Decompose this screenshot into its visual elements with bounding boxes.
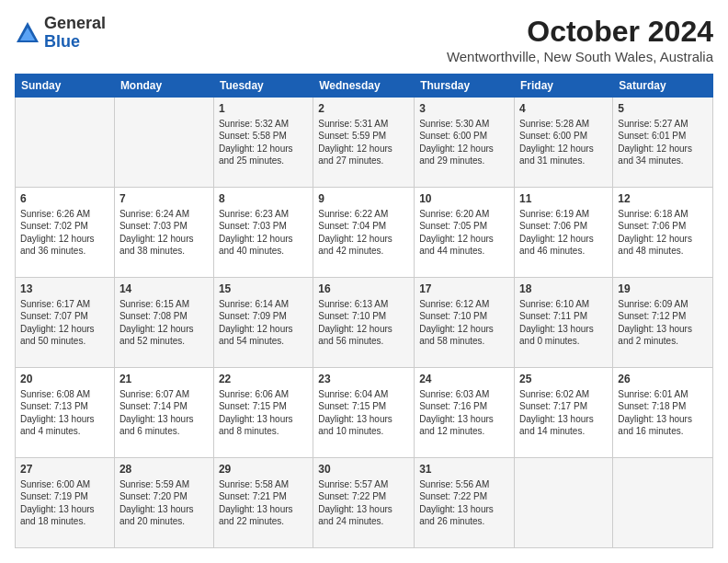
calendar-cell: 27Sunrise: 6:00 AMSunset: 7:19 PMDayligh… [16, 458, 115, 548]
day-number: 2 [318, 101, 409, 117]
day-info: Sunrise: 5:30 AMSunset: 6:00 PMDaylight:… [419, 118, 509, 167]
day-number: 6 [20, 191, 109, 207]
calendar-cell: 16Sunrise: 6:13 AMSunset: 7:10 PMDayligh… [313, 278, 415, 368]
day-number: 3 [419, 101, 509, 117]
calendar-cell: 7Sunrise: 6:24 AMSunset: 7:03 PMDaylight… [114, 188, 213, 278]
calendar-cell: 31Sunrise: 5:56 AMSunset: 7:22 PMDayligh… [415, 458, 515, 548]
day-info: Sunrise: 6:02 AMSunset: 7:17 PMDaylight:… [519, 388, 608, 438]
calendar-cell: 3Sunrise: 5:30 AMSunset: 6:00 PMDaylight… [415, 98, 515, 188]
day-number: 26 [618, 372, 708, 387]
title-block: October 2024 Wentworthville, New South W… [447, 15, 713, 64]
week-row-1: 6Sunrise: 6:26 AMSunset: 7:02 PMDaylight… [16, 188, 713, 278]
logo-blue: Blue [44, 33, 106, 52]
week-row-0: 1Sunrise: 5:32 AMSunset: 5:58 PMDaylight… [16, 98, 713, 188]
day-info: Sunrise: 6:19 AMSunset: 7:06 PMDaylight:… [519, 208, 608, 258]
page: General Blue October 2024 Wentworthville… [0, 0, 728, 563]
calendar-cell: 12Sunrise: 6:18 AMSunset: 7:06 PMDayligh… [613, 188, 713, 278]
day-info: Sunrise: 5:56 AMSunset: 7:22 PMDaylight:… [419, 478, 509, 528]
header-row: SundayMondayTuesdayWednesdayThursdayFrid… [16, 75, 713, 98]
day-number: 21 [119, 372, 209, 387]
day-info: Sunrise: 6:26 AMSunset: 7:02 PMDaylight:… [20, 208, 109, 258]
calendar-cell: 15Sunrise: 6:14 AMSunset: 7:09 PMDayligh… [213, 278, 313, 368]
day-info: Sunrise: 6:14 AMSunset: 7:09 PMDaylight:… [219, 298, 308, 348]
day-info: Sunrise: 5:58 AMSunset: 7:21 PMDaylight:… [219, 478, 308, 528]
calendar-cell [114, 98, 213, 188]
day-info: Sunrise: 6:18 AMSunset: 7:06 PMDaylight:… [618, 208, 708, 258]
calendar-body: 1Sunrise: 5:32 AMSunset: 5:58 PMDaylight… [16, 98, 713, 548]
header-cell-saturday: Saturday [613, 75, 713, 98]
calendar-cell [613, 458, 713, 548]
day-number: 30 [318, 462, 409, 477]
logo-text: General Blue [44, 15, 106, 52]
day-info: Sunrise: 5:57 AMSunset: 7:22 PMDaylight:… [318, 478, 409, 528]
day-info: Sunrise: 6:24 AMSunset: 7:03 PMDaylight:… [119, 208, 209, 258]
header: General Blue October 2024 Wentworthville… [15, 15, 713, 64]
day-info: Sunrise: 6:04 AMSunset: 7:15 PMDaylight:… [318, 388, 409, 438]
header-cell-monday: Monday [114, 75, 213, 98]
day-info: Sunrise: 6:22 AMSunset: 7:04 PMDaylight:… [318, 208, 409, 258]
day-number: 24 [419, 372, 509, 387]
day-number: 17 [419, 282, 509, 297]
day-number: 20 [20, 372, 109, 387]
week-row-3: 20Sunrise: 6:08 AMSunset: 7:13 PMDayligh… [16, 368, 713, 458]
calendar-cell: 8Sunrise: 6:23 AMSunset: 7:03 PMDaylight… [213, 188, 313, 278]
day-info: Sunrise: 6:15 AMSunset: 7:08 PMDaylight:… [119, 298, 209, 348]
day-number: 4 [519, 101, 608, 117]
main-title: October 2024 [447, 15, 713, 49]
day-info: Sunrise: 6:01 AMSunset: 7:18 PMDaylight:… [618, 388, 708, 438]
calendar-cell: 19Sunrise: 6:09 AMSunset: 7:12 PMDayligh… [613, 278, 713, 368]
calendar: SundayMondayTuesdayWednesdayThursdayFrid… [15, 74, 713, 548]
calendar-cell: 21Sunrise: 6:07 AMSunset: 7:14 PMDayligh… [114, 368, 213, 458]
week-row-4: 27Sunrise: 6:00 AMSunset: 7:19 PMDayligh… [16, 458, 713, 548]
calendar-cell: 22Sunrise: 6:06 AMSunset: 7:15 PMDayligh… [213, 368, 313, 458]
day-number: 11 [519, 191, 608, 207]
week-row-2: 13Sunrise: 6:17 AMSunset: 7:07 PMDayligh… [16, 278, 713, 368]
day-info: Sunrise: 6:08 AMSunset: 7:13 PMDaylight:… [20, 388, 109, 438]
day-info: Sunrise: 6:07 AMSunset: 7:14 PMDaylight:… [119, 388, 209, 438]
calendar-cell: 4Sunrise: 5:28 AMSunset: 6:00 PMDaylight… [515, 98, 613, 188]
header-cell-thursday: Thursday [415, 75, 515, 98]
calendar-cell: 20Sunrise: 6:08 AMSunset: 7:13 PMDayligh… [16, 368, 115, 458]
calendar-cell: 18Sunrise: 6:10 AMSunset: 7:11 PMDayligh… [515, 278, 613, 368]
day-info: Sunrise: 5:31 AMSunset: 5:59 PMDaylight:… [318, 118, 409, 167]
day-number: 23 [318, 372, 409, 387]
day-info: Sunrise: 5:27 AMSunset: 6:01 PMDaylight:… [618, 118, 708, 167]
calendar-cell: 9Sunrise: 6:22 AMSunset: 7:04 PMDaylight… [313, 188, 415, 278]
calendar-cell: 2Sunrise: 5:31 AMSunset: 5:59 PMDaylight… [313, 98, 415, 188]
calendar-cell: 26Sunrise: 6:01 AMSunset: 7:18 PMDayligh… [613, 368, 713, 458]
day-info: Sunrise: 6:23 AMSunset: 7:03 PMDaylight:… [219, 208, 308, 258]
day-number: 1 [219, 101, 308, 117]
calendar-cell: 5Sunrise: 5:27 AMSunset: 6:01 PMDaylight… [613, 98, 713, 188]
calendar-cell: 10Sunrise: 6:20 AMSunset: 7:05 PMDayligh… [415, 188, 515, 278]
day-info: Sunrise: 6:17 AMSunset: 7:07 PMDaylight:… [20, 298, 109, 348]
calendar-cell: 29Sunrise: 5:58 AMSunset: 7:21 PMDayligh… [213, 458, 313, 548]
day-number: 31 [419, 462, 509, 477]
day-info: Sunrise: 6:12 AMSunset: 7:10 PMDaylight:… [419, 298, 509, 348]
logo-general: General [44, 15, 106, 33]
calendar-cell: 30Sunrise: 5:57 AMSunset: 7:22 PMDayligh… [313, 458, 415, 548]
calendar-header: SundayMondayTuesdayWednesdayThursdayFrid… [16, 75, 713, 98]
day-number: 9 [318, 191, 409, 207]
header-cell-sunday: Sunday [16, 75, 115, 98]
day-number: 29 [219, 462, 308, 477]
logo-icon [15, 20, 40, 46]
day-number: 5 [618, 101, 708, 117]
day-info: Sunrise: 5:59 AMSunset: 7:20 PMDaylight:… [119, 478, 209, 528]
day-number: 25 [519, 372, 608, 387]
calendar-cell: 17Sunrise: 6:12 AMSunset: 7:10 PMDayligh… [415, 278, 515, 368]
calendar-cell: 1Sunrise: 5:32 AMSunset: 5:58 PMDaylight… [213, 98, 313, 188]
day-info: Sunrise: 5:32 AMSunset: 5:58 PMDaylight:… [219, 118, 308, 167]
day-number: 8 [219, 191, 308, 207]
calendar-cell: 25Sunrise: 6:02 AMSunset: 7:17 PMDayligh… [515, 368, 613, 458]
calendar-cell: 24Sunrise: 6:03 AMSunset: 7:16 PMDayligh… [415, 368, 515, 458]
day-number: 27 [20, 462, 109, 477]
logo: General Blue [15, 15, 106, 52]
subtitle: Wentworthville, New South Wales, Austral… [447, 49, 713, 64]
day-info: Sunrise: 5:28 AMSunset: 6:00 PMDaylight:… [519, 118, 608, 167]
calendar-cell: 13Sunrise: 6:17 AMSunset: 7:07 PMDayligh… [16, 278, 115, 368]
day-info: Sunrise: 6:06 AMSunset: 7:15 PMDaylight:… [219, 388, 308, 438]
day-info: Sunrise: 6:10 AMSunset: 7:11 PMDaylight:… [519, 298, 608, 348]
day-number: 28 [119, 462, 209, 477]
header-cell-tuesday: Tuesday [213, 75, 313, 98]
day-info: Sunrise: 6:03 AMSunset: 7:16 PMDaylight:… [419, 388, 509, 438]
